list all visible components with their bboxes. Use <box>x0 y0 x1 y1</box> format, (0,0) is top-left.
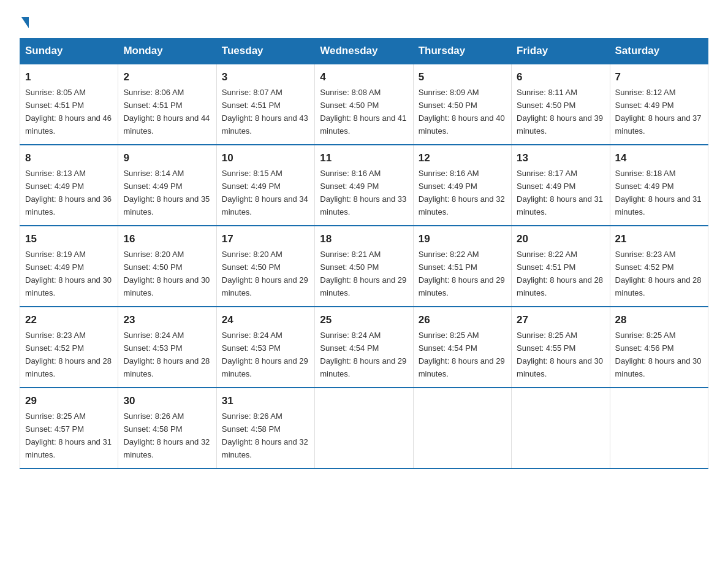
calendar-day-cell: 5 Sunrise: 8:09 AMSunset: 4:50 PMDayligh… <box>413 64 511 145</box>
day-number: 12 <box>419 150 506 166</box>
day-number: 20 <box>517 231 604 247</box>
day-info: Sunrise: 8:09 AMSunset: 4:50 PMDaylight:… <box>419 88 505 136</box>
calendar-day-cell: 17 Sunrise: 8:20 AMSunset: 4:50 PMDaylig… <box>216 226 314 307</box>
day-info: Sunrise: 8:08 AMSunset: 4:50 PMDaylight:… <box>320 88 406 136</box>
day-info: Sunrise: 8:21 AMSunset: 4:50 PMDaylight:… <box>320 250 406 297</box>
calendar-day-cell <box>413 388 511 469</box>
day-number: 28 <box>615 312 703 328</box>
calendar-week-row: 1 Sunrise: 8:05 AMSunset: 4:51 PMDayligh… <box>20 64 708 145</box>
day-number: 21 <box>615 231 703 247</box>
header-saturday: Saturday <box>610 39 708 64</box>
calendar-day-cell: 4 Sunrise: 8:08 AMSunset: 4:50 PMDayligh… <box>315 64 413 145</box>
day-info: Sunrise: 8:15 AMSunset: 4:49 PMDaylight:… <box>222 169 308 216</box>
day-number: 25 <box>320 312 408 328</box>
day-number: 30 <box>123 393 211 409</box>
header-tuesday: Tuesday <box>216 39 314 64</box>
calendar-header-row: Sunday Monday Tuesday Wednesday Thursday… <box>20 39 708 64</box>
day-number: 5 <box>419 69 506 85</box>
header-thursday: Thursday <box>413 39 511 64</box>
logo-arrow-icon <box>21 17 29 28</box>
header-monday: Monday <box>118 39 216 64</box>
calendar-day-cell: 3 Sunrise: 8:07 AMSunset: 4:51 PMDayligh… <box>216 64 314 145</box>
calendar-day-cell <box>610 388 708 469</box>
calendar-day-cell <box>315 388 413 469</box>
calendar-day-cell: 19 Sunrise: 8:22 AMSunset: 4:51 PMDaylig… <box>413 226 511 307</box>
day-number: 26 <box>419 312 506 328</box>
calendar-day-cell: 7 Sunrise: 8:12 AMSunset: 4:49 PMDayligh… <box>610 64 708 145</box>
calendar-day-cell: 29 Sunrise: 8:25 AMSunset: 4:57 PMDaylig… <box>20 388 118 469</box>
page-header <box>20 15 708 28</box>
calendar-week-row: 29 Sunrise: 8:25 AMSunset: 4:57 PMDaylig… <box>20 388 708 469</box>
day-info: Sunrise: 8:22 AMSunset: 4:51 PMDaylight:… <box>419 250 505 297</box>
calendar-day-cell: 2 Sunrise: 8:06 AMSunset: 4:51 PMDayligh… <box>118 64 216 145</box>
calendar-week-row: 15 Sunrise: 8:19 AMSunset: 4:49 PMDaylig… <box>20 226 708 307</box>
header-friday: Friday <box>512 39 610 64</box>
header-wednesday: Wednesday <box>315 39 413 64</box>
day-info: Sunrise: 8:13 AMSunset: 4:49 PMDaylight:… <box>25 169 112 216</box>
calendar-day-cell: 30 Sunrise: 8:26 AMSunset: 4:58 PMDaylig… <box>118 388 216 469</box>
calendar-day-cell: 22 Sunrise: 8:23 AMSunset: 4:52 PMDaylig… <box>20 307 118 388</box>
day-info: Sunrise: 8:25 AMSunset: 4:54 PMDaylight:… <box>419 331 505 378</box>
day-info: Sunrise: 8:24 AMSunset: 4:53 PMDaylight:… <box>222 331 308 378</box>
day-info: Sunrise: 8:20 AMSunset: 4:50 PMDaylight:… <box>123 250 210 297</box>
calendar-day-cell: 25 Sunrise: 8:24 AMSunset: 4:54 PMDaylig… <box>315 307 413 388</box>
day-number: 11 <box>320 150 408 166</box>
day-number: 7 <box>615 69 703 85</box>
day-info: Sunrise: 8:05 AMSunset: 4:51 PMDaylight:… <box>25 88 112 136</box>
calendar-day-cell: 18 Sunrise: 8:21 AMSunset: 4:50 PMDaylig… <box>315 226 413 307</box>
calendar-day-cell: 12 Sunrise: 8:16 AMSunset: 4:49 PMDaylig… <box>413 145 511 226</box>
day-number: 3 <box>222 69 309 85</box>
day-info: Sunrise: 8:25 AMSunset: 4:55 PMDaylight:… <box>517 331 603 378</box>
calendar-week-row: 22 Sunrise: 8:23 AMSunset: 4:52 PMDaylig… <box>20 307 708 388</box>
calendar-day-cell: 13 Sunrise: 8:17 AMSunset: 4:49 PMDaylig… <box>512 145 610 226</box>
day-info: Sunrise: 8:07 AMSunset: 4:51 PMDaylight:… <box>222 88 308 136</box>
day-info: Sunrise: 8:22 AMSunset: 4:51 PMDaylight:… <box>517 250 603 297</box>
calendar-day-cell: 14 Sunrise: 8:18 AMSunset: 4:49 PMDaylig… <box>610 145 708 226</box>
day-number: 14 <box>615 150 703 166</box>
calendar-day-cell: 16 Sunrise: 8:20 AMSunset: 4:50 PMDaylig… <box>118 226 216 307</box>
day-info: Sunrise: 8:16 AMSunset: 4:49 PMDaylight:… <box>320 169 406 216</box>
day-info: Sunrise: 8:26 AMSunset: 4:58 PMDaylight:… <box>222 412 308 459</box>
calendar-day-cell: 10 Sunrise: 8:15 AMSunset: 4:49 PMDaylig… <box>216 145 314 226</box>
day-number: 17 <box>222 231 309 247</box>
calendar-day-cell: 27 Sunrise: 8:25 AMSunset: 4:55 PMDaylig… <box>512 307 610 388</box>
calendar-day-cell: 8 Sunrise: 8:13 AMSunset: 4:49 PMDayligh… <box>20 145 118 226</box>
day-number: 23 <box>123 312 211 328</box>
day-info: Sunrise: 8:23 AMSunset: 4:52 PMDaylight:… <box>25 331 112 378</box>
day-number: 2 <box>123 69 211 85</box>
day-number: 1 <box>25 69 113 85</box>
day-number: 29 <box>25 393 113 409</box>
calendar-day-cell: 23 Sunrise: 8:24 AMSunset: 4:53 PMDaylig… <box>118 307 216 388</box>
day-info: Sunrise: 8:18 AMSunset: 4:49 PMDaylight:… <box>615 169 702 216</box>
day-number: 18 <box>320 231 408 247</box>
day-info: Sunrise: 8:23 AMSunset: 4:52 PMDaylight:… <box>615 250 702 297</box>
day-number: 9 <box>123 150 211 166</box>
day-number: 10 <box>222 150 309 166</box>
day-number: 8 <box>25 150 113 166</box>
calendar-day-cell: 20 Sunrise: 8:22 AMSunset: 4:51 PMDaylig… <box>512 226 610 307</box>
day-info: Sunrise: 8:20 AMSunset: 4:50 PMDaylight:… <box>222 250 308 297</box>
day-number: 16 <box>123 231 211 247</box>
day-info: Sunrise: 8:24 AMSunset: 4:53 PMDaylight:… <box>123 331 210 378</box>
calendar-day-cell: 24 Sunrise: 8:24 AMSunset: 4:53 PMDaylig… <box>216 307 314 388</box>
calendar-day-cell: 1 Sunrise: 8:05 AMSunset: 4:51 PMDayligh… <box>20 64 118 145</box>
day-info: Sunrise: 8:06 AMSunset: 4:51 PMDaylight:… <box>123 88 210 136</box>
day-number: 6 <box>517 69 604 85</box>
day-number: 24 <box>222 312 309 328</box>
day-info: Sunrise: 8:25 AMSunset: 4:56 PMDaylight:… <box>615 331 702 378</box>
calendar-week-row: 8 Sunrise: 8:13 AMSunset: 4:49 PMDayligh… <box>20 145 708 226</box>
day-info: Sunrise: 8:14 AMSunset: 4:49 PMDaylight:… <box>123 169 210 216</box>
day-info: Sunrise: 8:11 AMSunset: 4:50 PMDaylight:… <box>517 88 603 136</box>
day-info: Sunrise: 8:19 AMSunset: 4:49 PMDaylight:… <box>25 250 112 297</box>
day-number: 15 <box>25 231 113 247</box>
calendar-day-cell: 15 Sunrise: 8:19 AMSunset: 4:49 PMDaylig… <box>20 226 118 307</box>
day-number: 4 <box>320 69 408 85</box>
calendar-table: Sunday Monday Tuesday Wednesday Thursday… <box>20 38 708 469</box>
logo <box>20 15 29 28</box>
calendar-day-cell: 31 Sunrise: 8:26 AMSunset: 4:58 PMDaylig… <box>216 388 314 469</box>
day-number: 27 <box>517 312 604 328</box>
calendar-day-cell: 6 Sunrise: 8:11 AMSunset: 4:50 PMDayligh… <box>512 64 610 145</box>
day-info: Sunrise: 8:24 AMSunset: 4:54 PMDaylight:… <box>320 331 406 378</box>
day-number: 22 <box>25 312 113 328</box>
calendar-day-cell <box>512 388 610 469</box>
